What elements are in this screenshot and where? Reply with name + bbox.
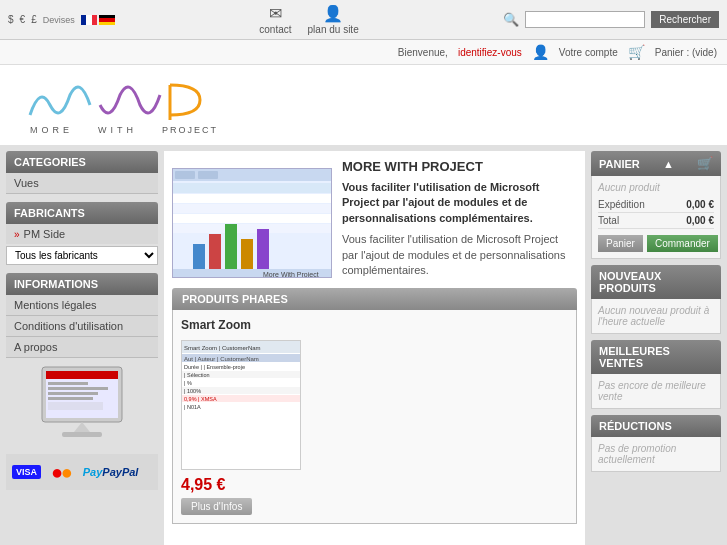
sidebar-item-mentions[interactable]: Mentions légales	[6, 295, 158, 316]
fabricant-label: PM Side	[24, 228, 66, 240]
produits-header: PRODUITS PHARES	[172, 288, 577, 310]
flag-france[interactable]	[81, 15, 97, 25]
svg-rect-23	[193, 244, 205, 269]
mastercard-logo: ● ●	[47, 462, 77, 482]
left-sidebar: CATEGORIES Vues FABRICANTS » PM Side Tou…	[6, 151, 158, 545]
fabricant-item[interactable]: » PM Side	[6, 224, 158, 244]
flag-germany[interactable]	[99, 15, 115, 25]
fabricants-title: FABRICANTS	[6, 202, 158, 224]
plan-label: plan du site	[308, 24, 359, 35]
total-label: Total	[598, 215, 619, 226]
sidebar-monitor	[6, 362, 158, 444]
account-label: Votre compte	[559, 47, 618, 58]
logo-area: MORE WITH PROJECT	[0, 65, 727, 145]
search-bar: 🔍 Rechercher	[503, 11, 719, 28]
monitor-svg	[32, 362, 132, 442]
hero-screenshot: More With Project	[172, 168, 332, 278]
search-button[interactable]: Rechercher	[651, 11, 719, 28]
panier-title: PANIER ▲ 🛒	[591, 151, 721, 176]
welcome-bar: Bienvenue, identifiez-vous 👤 Votre compt…	[0, 40, 727, 65]
svg-rect-19	[173, 194, 332, 203]
svg-rect-13	[62, 432, 102, 437]
svg-marker-12	[74, 422, 90, 432]
account-icon: 👤	[532, 44, 549, 60]
meilleures-title: MEILLEURES VENTES	[591, 340, 721, 374]
svg-rect-24	[209, 234, 221, 269]
svg-text:MORE: MORE	[30, 125, 73, 135]
hero-text: MORE WITH PROJECT Vous faciliter l'utili…	[342, 159, 577, 278]
produits-section: PRODUITS PHARES Smart Zoom Smart Zoom | …	[172, 288, 577, 524]
categories-title: CATEGORIES	[6, 151, 158, 173]
svg-text:| Sélection: | Sélection	[184, 372, 210, 378]
reductions-title: RÉDUCTIONS	[591, 415, 721, 437]
visa-logo: VISA	[12, 465, 41, 479]
currency-dollar[interactable]: $	[8, 14, 14, 25]
expedition-value: 0,00 €	[686, 199, 714, 210]
panier-buttons: Panier Commander	[598, 235, 714, 252]
login-link[interactable]: identifiez-vous	[458, 47, 522, 58]
meilleures-text: Pas encore de meilleure vente	[598, 380, 706, 402]
sidebar-item-vues[interactable]: Vues	[6, 173, 158, 194]
hero-section: More With Project MORE WITH PROJECT Vous…	[172, 159, 577, 278]
svg-text:More With Project: More With Project	[263, 271, 319, 278]
currency-euro[interactable]: €	[20, 14, 26, 25]
sidebar-item-conditions[interactable]: Conditions d'utilisation	[6, 316, 158, 337]
svg-rect-15	[173, 169, 332, 181]
top-nav-icons: ✉ contact 👤 plan du site	[259, 4, 358, 35]
currency-pound[interactable]: £	[31, 14, 37, 25]
site-logo[interactable]: MORE WITH PROJECT	[20, 75, 220, 135]
top-bar: $ € £ Devises ✉ contact 👤 plan du site 🔍…	[0, 0, 727, 40]
nouveaux-title: NOUVEAUX PRODUITS	[591, 265, 721, 299]
project-screenshot-svg: More With Project	[173, 169, 332, 278]
sidebar-item-apropos[interactable]: A propos	[6, 337, 158, 358]
panier-button[interactable]: Panier	[598, 235, 643, 252]
devises-label: Devises	[43, 15, 75, 25]
panier-arrow[interactable]: ▲	[663, 158, 674, 170]
hero-desc-bold: Vous faciliter l'utilisation de Microsof…	[342, 180, 577, 226]
svg-text:Aut | Auteur | CustomerNam: Aut | Auteur | CustomerNam	[184, 356, 259, 362]
svg-rect-6	[46, 371, 118, 379]
plus-infos-button[interactable]: Plus d'Infos	[181, 498, 252, 515]
svg-rect-9	[48, 392, 98, 395]
paypal-logo: PayPayPal	[83, 466, 139, 478]
expedition-label: Expédition	[598, 199, 645, 210]
plan-nav[interactable]: 👤 plan du site	[308, 4, 359, 35]
product-price: 4,95 €	[181, 476, 568, 494]
flag-bar	[81, 15, 115, 25]
search-icon: 🔍	[503, 12, 519, 27]
panier-label: PANIER	[599, 158, 640, 170]
nouveaux-text: Aucun nouveau produit à l'heure actuelle	[598, 305, 709, 327]
hero-title: MORE WITH PROJECT	[342, 159, 577, 174]
svg-text:Durée | | Ensemble-proje: Durée | | Ensemble-proje	[184, 364, 245, 370]
meilleures-body: Pas encore de meilleure vente	[591, 374, 721, 409]
svg-text:PROJECT: PROJECT	[162, 125, 218, 135]
svg-rect-8	[48, 387, 108, 390]
currency-flags: $ € £ Devises	[8, 14, 115, 25]
svg-rect-11	[48, 402, 103, 410]
svg-rect-7	[48, 382, 88, 385]
contact-label: contact	[259, 24, 291, 35]
nouveaux-body: Aucun nouveau produit à l'heure actuelle	[591, 299, 721, 334]
chevron-icon: »	[14, 229, 20, 240]
svg-text:| N01A: | N01A	[184, 404, 201, 410]
search-input[interactable]	[525, 11, 645, 28]
svg-text:| 100%: | 100%	[184, 388, 201, 394]
sitemap-icon: 👤	[323, 4, 343, 23]
hero-desc: Vous faciliter l'utilisation de Microsof…	[342, 232, 577, 278]
expedition-row: Expédition 0,00 €	[598, 197, 714, 213]
commander-button[interactable]: Commander	[647, 235, 718, 252]
informations-title: INFORMATIONS	[6, 273, 158, 295]
contact-nav[interactable]: ✉ contact	[259, 4, 291, 35]
svg-rect-21	[173, 214, 332, 223]
basket-icon: 🛒	[628, 44, 645, 60]
welcome-text: Bienvenue,	[398, 47, 448, 58]
panier-body: Aucun produit Expédition 0,00 € Total 0,…	[591, 176, 721, 259]
svg-rect-10	[48, 397, 93, 400]
svg-rect-20	[173, 204, 332, 213]
svg-rect-17	[198, 171, 218, 179]
svg-text:0,9% | XMSA: 0,9% | XMSA	[184, 396, 217, 402]
svg-rect-27	[257, 229, 269, 269]
fabricant-select[interactable]: Tous les fabricants	[6, 246, 158, 265]
svg-rect-26	[241, 239, 253, 269]
svg-text:Smart Zoom | CustomerNam: Smart Zoom | CustomerNam	[184, 345, 261, 351]
